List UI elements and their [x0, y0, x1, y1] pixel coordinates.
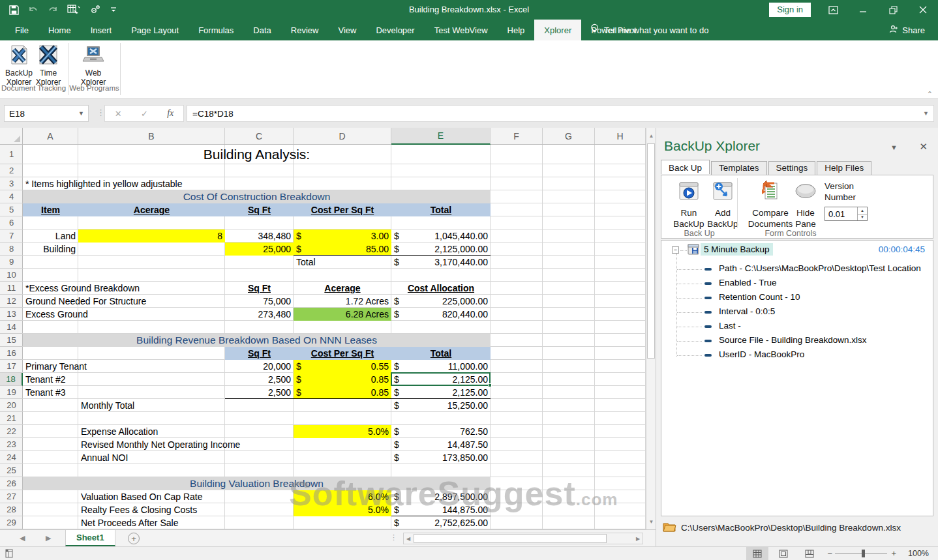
share-button[interactable]: Share [889, 20, 925, 40]
row-header-24[interactable]: 24 [0, 451, 23, 464]
tab-home[interactable]: Home [38, 20, 81, 40]
name-box[interactable]: E18 ▼ [4, 105, 89, 122]
tree-item[interactable]: Interval - 0:0:5 [661, 305, 933, 319]
row-header-17[interactable]: 17 [0, 360, 23, 373]
cell[interactable]: $762.50 [391, 425, 491, 438]
pane-tab-settings[interactable]: Settings [768, 161, 816, 175]
page-layout-view-button[interactable] [772, 547, 794, 560]
row-header-15[interactable]: 15 [0, 334, 23, 347]
tab-insert[interactable]: Insert [81, 20, 122, 40]
cell[interactable]: Ground Needed For Structure [23, 295, 225, 308]
tab-view[interactable]: View [328, 20, 366, 40]
zoom-level[interactable]: 100% [908, 549, 929, 558]
cell[interactable]: 2,500 [225, 373, 294, 386]
spin-up-icon[interactable]: ▲ [858, 207, 867, 214]
cell[interactable]: 25,000 [225, 243, 294, 256]
row-header-7[interactable]: 7 [0, 229, 23, 243]
cell[interactable]: 273,480 [225, 308, 294, 321]
cell[interactable]: 75,000 [225, 295, 294, 308]
row-header-4[interactable]: 4 [0, 190, 23, 203]
cell[interactable]: $2,125.00 [391, 386, 491, 399]
cell[interactable]: Sq Ft [225, 203, 294, 216]
tree-item[interactable]: Path - C:\Users\MacBookPro\Desktop\Test … [661, 262, 933, 276]
scroll-down-icon[interactable]: ▼ [646, 515, 656, 528]
cell[interactable]: Excess Ground [23, 308, 225, 321]
tree-item-label[interactable]: Path - C:\Users\MacBookPro\Desktop\Test … [719, 263, 921, 273]
row-header-8[interactable]: 8 [0, 243, 23, 256]
pane-tab-back-up[interactable]: Back Up [661, 160, 710, 174]
tab-help[interactable]: Help [498, 20, 535, 40]
row-header-19[interactable]: 19 [0, 386, 23, 399]
cell[interactable]: $0.85 [294, 373, 391, 386]
cell[interactable]: $173,850.00 [391, 451, 491, 464]
cell[interactable]: $14,487.50 [391, 438, 491, 451]
tab-page-layout[interactable]: Page Layout [121, 20, 189, 40]
settings-gears-icon[interactable] [89, 5, 101, 15]
cell[interactable]: Total [391, 347, 491, 360]
spinner-buttons[interactable]: ▲▼ [857, 207, 867, 220]
vertical-scrollbar[interactable]: ▲ ▼ [646, 128, 656, 529]
tree-item-label[interactable]: Last - [719, 321, 741, 331]
row-header-25[interactable]: 25 [0, 464, 23, 477]
insert-function-icon[interactable]: fx [167, 108, 174, 119]
column-header-H[interactable]: H [595, 128, 646, 144]
cell[interactable]: Cost Per Sq Ft [294, 347, 391, 360]
cell[interactable]: $225,000.00 [391, 295, 491, 308]
tab-formulas[interactable]: Formulas [189, 20, 243, 40]
cell[interactable]: $15,250.00 [391, 399, 491, 412]
cell[interactable]: 1.72 Acres [294, 295, 391, 308]
tab-file[interactable]: File [5, 20, 38, 40]
cell[interactable]: Primary Tenant [23, 360, 225, 373]
enter-formula-icon[interactable]: ✓ [141, 109, 148, 119]
zoom-in-icon[interactable]: + [891, 548, 896, 558]
row-header-2[interactable]: 2 [0, 164, 23, 177]
fill-handle[interactable] [488, 383, 492, 387]
row-header-29[interactable]: 29 [0, 516, 23, 529]
horizontal-scrollbar[interactable]: ◀ ▶ [403, 533, 643, 544]
spin-down-icon[interactable]: ▼ [858, 214, 867, 221]
row-header-23[interactable]: 23 [0, 438, 23, 451]
collapse-ribbon-icon[interactable]: ⌃ [927, 90, 933, 98]
pane-close-icon[interactable]: ✕ [919, 141, 928, 153]
close-button[interactable] [908, 0, 938, 20]
version-number-spinner[interactable]: 0.01 ▲▼ [825, 207, 868, 221]
macro-record-icon[interactable] [5, 549, 14, 560]
row-header-26[interactable]: 26 [0, 477, 23, 490]
column-header-E[interactable]: E [391, 128, 491, 145]
tab-test-webview[interactable]: Test WebView [425, 20, 498, 40]
cell[interactable]: 20,000 [225, 360, 294, 373]
cancel-formula-icon[interactable]: ✕ [115, 109, 122, 119]
restore-button[interactable] [878, 0, 908, 20]
cell[interactable]: 348,480 [225, 229, 294, 243]
page-break-view-button[interactable] [798, 547, 821, 560]
cell[interactable]: Cost Per Sq Ft [294, 203, 391, 216]
cell[interactable]: 6.28 Acres [294, 308, 391, 321]
tab-developer[interactable]: Developer [366, 20, 424, 40]
compare-documents-button[interactable]: Compare Documents [745, 181, 796, 229]
pane-options-icon[interactable]: ▼ [890, 143, 898, 151]
row-header-1[interactable]: 1 [0, 145, 23, 164]
run-backup-button[interactable]: Run BackUp [671, 181, 707, 229]
zoom-slider-track[interactable] [835, 553, 887, 554]
cell[interactable]: Revised Monthly Net Operating Income [78, 438, 294, 451]
touch-mode-icon[interactable] [67, 5, 80, 15]
normal-view-button[interactable] [746, 547, 768, 560]
cell[interactable]: Acerage [294, 282, 391, 295]
add-backup-button[interactable]: Add BackUp [704, 181, 741, 229]
cell[interactable]: Realty Fees & Closing Costs [78, 503, 225, 516]
row-header-16[interactable]: 16 [0, 347, 23, 360]
pane-tab-templates[interactable]: Templates [711, 161, 767, 175]
ribbon-display-options-icon[interactable] [818, 0, 848, 20]
tree-item-label[interactable]: UserID - MacBookPro [719, 349, 804, 359]
cell[interactable]: Building Revenue Breakdown Based On NNN … [23, 334, 491, 347]
name-box-dropdown-icon[interactable]: ▼ [78, 110, 84, 117]
cell[interactable]: $3,170,440.00 [391, 256, 491, 269]
tree-root-item[interactable]: − 5 Minute Backup 00:00:04:45 [661, 243, 933, 258]
column-header-G[interactable]: G [543, 128, 595, 144]
row-header-5[interactable]: 5 [0, 203, 23, 216]
scroll-left-icon[interactable]: ◀ [404, 533, 413, 544]
tab-scroll-handle[interactable]: ⋮ [390, 533, 397, 542]
cell[interactable]: Building Analysis: [23, 145, 491, 164]
column-header-F[interactable]: F [491, 128, 543, 144]
row-header-14[interactable]: 14 [0, 321, 23, 334]
